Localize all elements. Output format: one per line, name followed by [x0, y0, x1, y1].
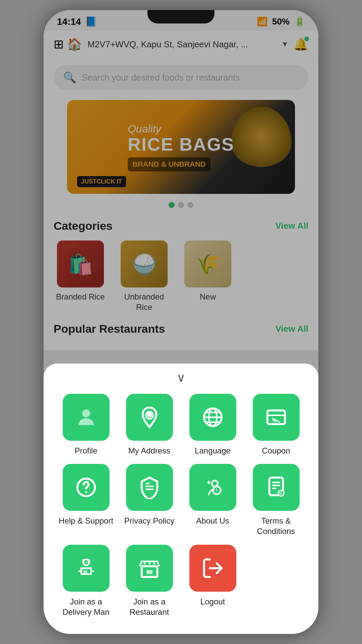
privacy-icon — [138, 476, 161, 499]
logout-icon — [201, 556, 225, 580]
profile-icon-box — [63, 394, 110, 441]
profile-icon — [74, 406, 98, 429]
language-label: Language — [195, 445, 231, 456]
logout-label: Logout — [200, 596, 225, 607]
svg-point-18 — [207, 481, 210, 484]
menu-item-logout[interactable]: Logout — [184, 545, 242, 617]
terms-label: Terms & Conditions — [247, 516, 305, 536]
menu-item-profile[interactable]: Profile — [57, 394, 115, 456]
logout-icon-box — [189, 545, 236, 592]
menu-item-privacy-policy[interactable]: Privacy Policy — [120, 464, 178, 536]
privacy-policy-label: Privacy Policy — [124, 516, 174, 526]
svg-point-0 — [82, 410, 90, 417]
profile-label: Profile — [74, 445, 97, 456]
menu-item-restaurant[interactable]: Join as a Restaurant — [120, 545, 178, 617]
privacy-policy-icon-box — [126, 464, 173, 511]
svg-text:⚙: ⚙ — [279, 491, 283, 496]
svg-point-37 — [153, 562, 155, 564]
phone-frame: 14:14 📘 📶 50% 🔋 ⊞ 🏠 M2V7+WVQ, Kapu St, S… — [44, 10, 318, 634]
menu-item-delivery-man[interactable]: Join as a Delivery Man — [57, 545, 115, 617]
svg-point-13 — [85, 491, 87, 493]
menu-item-language[interactable]: Language — [184, 394, 242, 456]
restaurant-label: Join as a Restaurant — [120, 596, 178, 617]
svg-point-17 — [212, 481, 218, 487]
my-address-icon-box — [126, 394, 173, 441]
restaurant-icon-box — [126, 545, 173, 592]
menu-item-my-address[interactable]: My Address — [120, 394, 178, 456]
menu-item-terms[interactable]: ⚙ Terms & Conditions — [247, 464, 305, 536]
bottom-sheet: ∨ Profile — [44, 364, 318, 634]
svg-rect-33 — [146, 570, 153, 574]
terms-icon-box: ⚙ — [253, 464, 300, 511]
svg-point-36 — [148, 562, 150, 564]
coupon-label: Coupon — [262, 445, 290, 456]
language-icon-box — [189, 394, 236, 441]
menu-item-help-support[interactable]: Help & Support — [57, 464, 115, 536]
about-icon: i — [201, 476, 225, 499]
about-us-label: About Us — [196, 516, 229, 526]
menu-item-about-us[interactable]: i About Us — [184, 464, 242, 536]
delivery-man-label: Join as a Delivery Man — [57, 596, 115, 617]
help-support-label: Help & Support — [59, 516, 113, 526]
about-us-icon-box: i — [189, 464, 236, 511]
restaurant-icon — [138, 556, 161, 580]
sheet-handle[interactable]: ∨ — [57, 372, 305, 384]
help-support-icon-box — [63, 464, 110, 511]
chevron-down-icon[interactable]: ∨ — [177, 371, 185, 384]
language-icon — [201, 406, 225, 429]
help-icon — [74, 476, 98, 499]
coupon-icon: % — [264, 406, 288, 429]
menu-grid: Profile My Address — [57, 394, 305, 617]
svg-point-2 — [147, 412, 152, 417]
delivery-man-icon — [74, 556, 98, 580]
terms-icon: ⚙ — [264, 476, 288, 499]
svg-rect-29 — [83, 570, 87, 574]
svg-text:i: i — [216, 487, 217, 492]
menu-item-coupon[interactable]: % Coupon — [247, 394, 305, 456]
svg-point-35 — [143, 562, 145, 564]
my-address-label: My Address — [128, 445, 170, 456]
coupon-icon-box: % — [253, 394, 300, 441]
address-icon — [138, 406, 161, 429]
delivery-man-icon-box — [63, 545, 110, 592]
